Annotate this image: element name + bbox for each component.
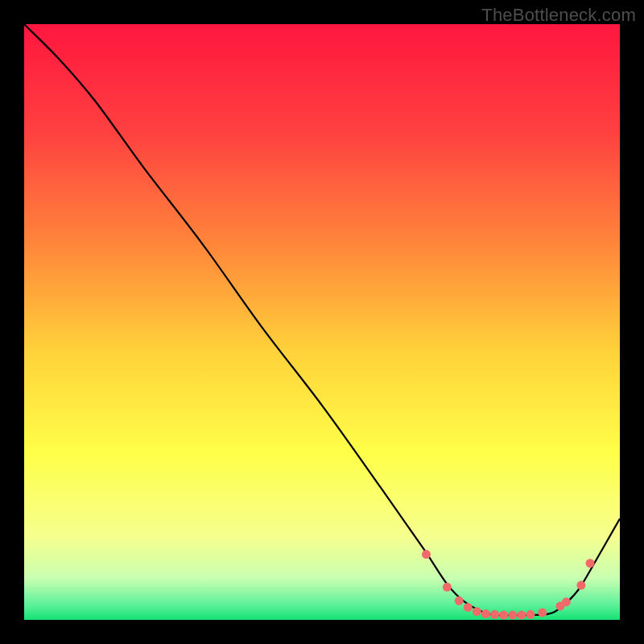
highlight-point <box>499 611 508 620</box>
highlight-point <box>538 609 547 617</box>
watermark-label: TheBottleneck.com <box>481 5 636 26</box>
highlight-point <box>481 609 490 618</box>
chart-frame <box>24 24 620 620</box>
highlight-point <box>443 583 452 592</box>
highlight-point <box>526 610 535 619</box>
highlight-point <box>576 581 585 590</box>
highlight-point <box>422 550 431 559</box>
highlight-point <box>464 603 473 612</box>
highlight-point <box>517 611 526 620</box>
gradient-background <box>24 24 620 620</box>
chart-plot <box>24 24 620 620</box>
highlight-point <box>490 610 499 619</box>
highlight-point <box>508 611 517 620</box>
highlight-point <box>562 597 571 606</box>
highlight-point <box>586 559 595 568</box>
highlight-point <box>455 597 464 605</box>
highlight-point <box>473 607 481 616</box>
